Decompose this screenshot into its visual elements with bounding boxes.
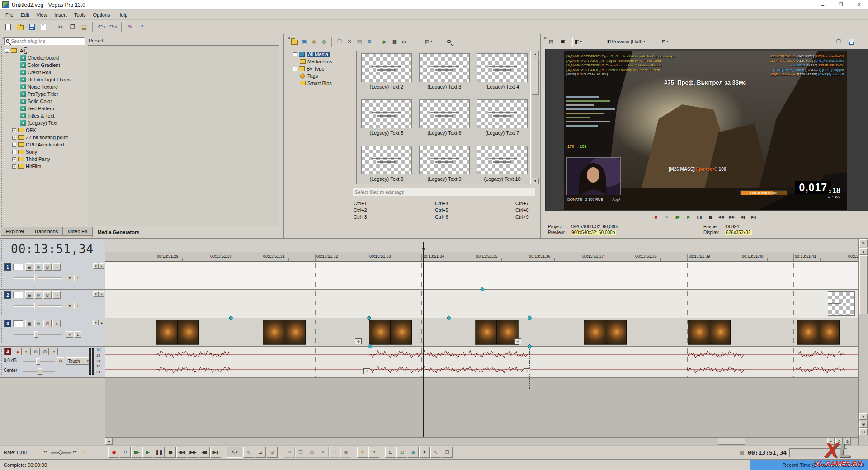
plugins-tree-item-checkerboard[interactable]: ✦Checkerboard bbox=[4, 54, 85, 61]
video-event[interactable] bbox=[156, 320, 199, 345]
track-header-3[interactable]: 3▣⚙∅○▾▴▾↥ bbox=[0, 318, 105, 347]
tab-explorer[interactable]: Explorer bbox=[1, 227, 29, 236]
scrollbar-thumb[interactable] bbox=[718, 438, 745, 445]
go-to-start-button[interactable]: ◀◀ bbox=[176, 447, 187, 458]
expand-icon[interactable]: + bbox=[12, 150, 16, 154]
undo-button[interactable]: ↶▾ bbox=[95, 21, 107, 33]
timeline-grip[interactable] bbox=[0, 240, 3, 261]
slip-edit-handle[interactable]: ✛ bbox=[514, 338, 521, 344]
insert-marker-button[interactable]: ⚑ bbox=[357, 447, 368, 458]
go-to-end-button[interactable]: ▶▶ bbox=[188, 447, 198, 458]
track-1-content[interactable] bbox=[105, 262, 858, 290]
transport-timecode[interactable]: 00:13:51,34 bbox=[748, 449, 787, 456]
automation-settings-button[interactable]: ▾ bbox=[66, 275, 73, 281]
play-button[interactable]: ▶ bbox=[142, 447, 153, 458]
slip-edit-handle[interactable]: ✛ bbox=[355, 338, 362, 344]
track-name-field[interactable] bbox=[13, 320, 23, 327]
copy-button[interactable]: ❐ bbox=[66, 21, 78, 33]
video-event[interactable] bbox=[263, 320, 306, 345]
timeline-ruler[interactable]: 00:13:51,2900:13:51,3000:13:51,3100:13:5… bbox=[105, 252, 858, 262]
track-name-field[interactable] bbox=[13, 292, 23, 298]
go-to-end-button[interactable]: ▶▶ bbox=[727, 212, 737, 222]
automation-settings-button[interactable]: ⚙ bbox=[57, 357, 64, 364]
media-tree-item-all-media[interactable]: -All Media bbox=[292, 51, 354, 58]
go-to-start-button[interactable]: ◀◀ bbox=[716, 212, 726, 222]
track-motion-button[interactable]: ▣ bbox=[25, 291, 33, 299]
paste-button[interactable]: ▤ bbox=[78, 21, 90, 33]
media-item[interactable]: (Legacy) Text 3 bbox=[417, 52, 472, 97]
video-event[interactable] bbox=[475, 320, 519, 345]
search-plugins-input[interactable] bbox=[11, 38, 83, 44]
plugins-tree-item-sony[interactable]: +Sony bbox=[4, 148, 85, 155]
track-zoom-out-icon[interactable]: ⊖ bbox=[859, 428, 868, 435]
extract-audio-cd-button[interactable]: ◉ bbox=[309, 37, 319, 47]
timeline-horizontal-scrollbar[interactable]: ◀ ▶ ⊖ ⊕ bbox=[105, 437, 858, 445]
solo-button[interactable]: ○ bbox=[50, 348, 58, 355]
insert-envelope-button[interactable]: ∿ bbox=[23, 348, 31, 355]
media-grid-scrollbar[interactable]: ▲ ▼ bbox=[532, 51, 539, 184]
mute-button[interactable]: ∅ bbox=[43, 291, 52, 299]
previous-frame-button[interactable]: ◀▮ bbox=[738, 212, 748, 222]
track-grip[interactable] bbox=[0, 348, 3, 375]
level-slider-thumb[interactable] bbox=[34, 275, 38, 281]
rate-increase-icon[interactable]: ▸▸ bbox=[73, 450, 77, 454]
insert-region-button[interactable]: ⚑ bbox=[368, 447, 379, 458]
compositing-mode-button[interactable]: ↥ bbox=[74, 275, 81, 281]
solo-button[interactable]: ○ bbox=[52, 263, 61, 271]
media-properties-button[interactable]: ▤ bbox=[354, 37, 364, 47]
scroll-down-icon[interactable]: ▼ bbox=[532, 178, 539, 184]
media-tree-item-media-bins[interactable]: Media Bins bbox=[292, 58, 354, 65]
expand-icon[interactable]: + bbox=[12, 157, 16, 161]
media-item[interactable]: (Legacy) Text 9 bbox=[417, 145, 472, 184]
tab-media-generators[interactable]: Media Generators bbox=[92, 227, 144, 237]
play-from-start-button[interactable]: ▮▶ bbox=[131, 447, 142, 458]
zoom-edit-tool-button[interactable]: ⊙ bbox=[267, 447, 278, 458]
plugins-tree-item-titles-text[interactable]: ✦Titles & Text bbox=[4, 112, 85, 119]
level-slider-thumb[interactable] bbox=[34, 303, 38, 309]
plugins-tree-item-hitfilm[interactable]: +HitFilm bbox=[4, 163, 85, 170]
menu-options[interactable]: Options bbox=[90, 11, 114, 19]
quantize-to-frames-button[interactable]: ⊞ bbox=[396, 447, 407, 458]
envelope-edit-handle[interactable]: ✛ bbox=[363, 368, 370, 374]
pause-button[interactable]: ❚❚ bbox=[154, 447, 165, 458]
overlays-button[interactable]: ⊞▾ bbox=[660, 37, 670, 47]
scroll-down-icon[interactable]: ▼ bbox=[859, 413, 868, 420]
selection-edit-tool-button[interactable]: ⊡ bbox=[255, 447, 266, 458]
video-event[interactable] bbox=[797, 320, 840, 345]
plugins-tree-item-protype-titler[interactable]: ✦ProType Titler bbox=[4, 90, 85, 98]
media-item[interactable]: (Legacy) Text 5 bbox=[359, 99, 415, 143]
maximize-button[interactable]: ❐ bbox=[832, 0, 850, 9]
plugins-tree-item-noise-texture[interactable]: ✦Noise Texture bbox=[4, 83, 85, 90]
track-2-content[interactable] bbox=[105, 290, 858, 318]
tab-video-fx[interactable]: Video FX bbox=[62, 227, 93, 236]
play-from-start-button[interactable]: ▮▶ bbox=[673, 212, 683, 222]
plugins-tree-item-hitfilm-light-flares[interactable]: ✦HitFilm Light Flares bbox=[4, 76, 85, 83]
minimize-track-button[interactable]: ▾ bbox=[93, 263, 99, 269]
cut-event-button[interactable]: ✂ bbox=[284, 447, 295, 458]
plugins-tree-item-credit-roll[interactable]: ✦Credit Roll bbox=[4, 69, 85, 76]
project-properties-button[interactable] bbox=[38, 21, 49, 33]
track-fx-button[interactable]: ⚙ bbox=[34, 291, 42, 299]
scroll-up-icon[interactable]: ▲ bbox=[532, 51, 539, 57]
expand-icon[interactable]: + bbox=[12, 128, 16, 132]
enable-snapping-button[interactable]: ⊞ bbox=[385, 447, 396, 458]
track-header-1[interactable]: 1▣⚙∅○▾▴▾↥ bbox=[0, 262, 105, 290]
auto-ripple-dropdown-button[interactable]: ▾ bbox=[419, 447, 430, 458]
loop-playback-button[interactable]: ↻ bbox=[120, 447, 131, 458]
menu-insert[interactable]: Insert bbox=[51, 11, 71, 19]
start-preview-button[interactable]: ▶ bbox=[380, 37, 390, 47]
menu-help[interactable]: Help bbox=[113, 11, 131, 19]
mute-button[interactable]: ∅ bbox=[43, 263, 52, 271]
track-header-4[interactable]: 4●∿⚙∅○0,0 dB⚙Touch▾Center-Inf.12243648 bbox=[0, 347, 105, 378]
panel-grip[interactable] bbox=[0, 43, 3, 233]
automation-settings-button[interactable]: ▾ bbox=[66, 303, 73, 309]
stop-preview-button[interactable]: ■ bbox=[390, 37, 400, 47]
media-item[interactable]: (Legacy) Text 2 bbox=[359, 52, 415, 97]
track-number[interactable]: 4 bbox=[4, 348, 11, 355]
track-grip[interactable] bbox=[0, 263, 3, 287]
collapse-icon[interactable]: - bbox=[5, 49, 9, 53]
search-media-bins-button[interactable] bbox=[444, 37, 454, 47]
media-item[interactable]: (Legacy) Text 6 bbox=[417, 99, 472, 143]
get-media-from-web-button[interactable]: ◍ bbox=[319, 37, 329, 47]
media-item[interactable]: (Legacy) Text 4 bbox=[475, 52, 530, 97]
